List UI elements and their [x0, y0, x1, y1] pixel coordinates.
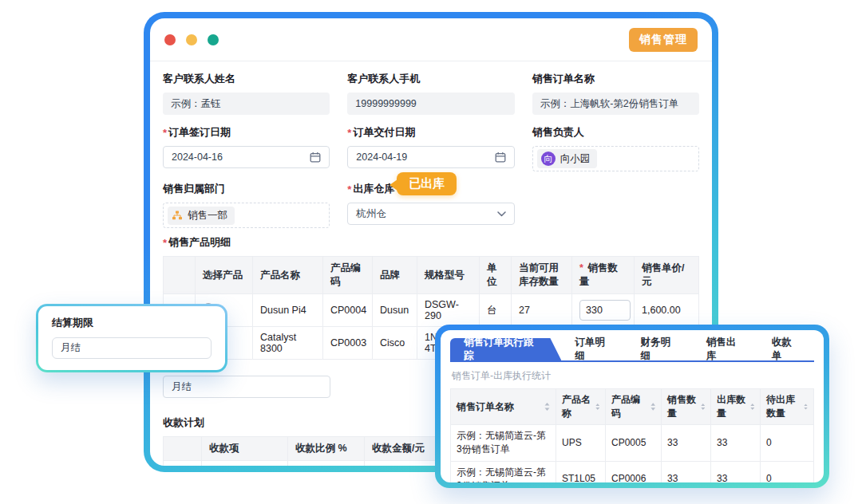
sales-owner-name: 向小园 [560, 152, 591, 166]
deliver-date-input[interactable]: 2024-04-19 [347, 146, 514, 168]
sign-date-input[interactable]: 2024-04-16 [163, 146, 330, 168]
qty-header: * 销售数量 [572, 257, 635, 294]
product-name-cell: Catalyst 8300 [253, 327, 323, 360]
order-name-input[interactable]: 示例：上海帆软-第2份销售订单 [532, 93, 699, 115]
outbound-qty-col-header[interactable]: 出库数量 [711, 389, 761, 425]
settlement-popup-input[interactable]: 月结 [52, 337, 212, 359]
product-section-label: * 销售产品明细 [163, 235, 699, 250]
settlement-terms-input[interactable]: 月结 [163, 376, 330, 398]
calendar-icon[interactable] [495, 152, 506, 163]
unit-header: 单位 [480, 257, 512, 294]
sales-owner-field-group: 销售负责人 向 向小园 [532, 125, 699, 171]
close-window-button[interactable] [164, 34, 176, 45]
col-header-text: 产品编码 [611, 393, 647, 420]
sign-date-value: 2024-04-16 [172, 152, 223, 163]
department-name: 销售一部 [188, 209, 227, 222]
col-header-text: 产品名称 [562, 393, 592, 420]
warehouse-label-text: 出库仓库 [353, 182, 394, 196]
col-header-text: 出库数量 [717, 393, 747, 420]
settlement-popup-title: 结算期限 [52, 316, 212, 330]
contact-name-input[interactable]: 示例：孟钰 [163, 93, 330, 115]
select-product-header: 选择产品 [196, 257, 253, 294]
price-cell: 1,600.00 [635, 294, 699, 327]
tab-sales-outbound[interactable]: 销售出库 [693, 338, 758, 360]
sales-qty-cell: 33 [662, 461, 711, 482]
product-code-col-header[interactable]: 产品编码 [606, 389, 662, 425]
brand-cell: Cisco [373, 327, 417, 360]
sort-icon [544, 403, 550, 411]
index-header [164, 257, 196, 294]
contact-phone-label: 客户联系人手机 [347, 72, 514, 86]
payment-item-header: 收款项 [202, 437, 288, 461]
sign-date-label-text: 订单签订日期 [168, 125, 231, 140]
tracking-row-1: 示例：无锡简道云-第3份销售订单 UPS CP0005 33 33 0 [451, 425, 814, 462]
product-section-label-text: 销售产品明细 [168, 235, 231, 250]
product-name-cell: UPS [556, 425, 606, 462]
minimize-window-button[interactable] [186, 34, 197, 45]
product-name-cell: ST1L05 [556, 461, 606, 482]
product-name-col-header[interactable]: 产品名称 [556, 389, 606, 425]
pending-qty-col-header[interactable]: 待出库数量 [761, 389, 814, 425]
order-name-cell: 示例：无锡简道云-第3份销售订单 [451, 461, 556, 482]
pending-qty-cell: 0 [761, 461, 814, 482]
product-name-header: 产品名称 [253, 257, 323, 294]
contact-phone-value: 19999999999 [355, 98, 416, 109]
outbound-qty-cell: 33 [711, 461, 761, 482]
settlement-popup: 结算期限 月结 [36, 304, 227, 372]
order-name-col-header[interactable]: 销售订单名称 [451, 389, 556, 425]
sales-owner-label: 销售负责人 [532, 125, 699, 140]
avatar: 向 [541, 152, 556, 166]
brand-cell: Dusun [373, 294, 417, 327]
payment-item-cell: 整批货款 [202, 461, 288, 467]
department-field[interactable]: 销售一部 [163, 203, 330, 228]
calendar-icon[interactable] [310, 152, 321, 163]
brand-header: 品牌 [373, 257, 417, 294]
payment-ratio-cell: 100 % [288, 461, 365, 467]
tab-order-tracking[interactable]: 销售订单执行跟踪 [450, 338, 561, 360]
required-mark: * [163, 127, 167, 139]
stock-cell: 27 [512, 294, 572, 327]
product-code-cell: CP0004 [323, 294, 373, 327]
unit-cell: 台 [480, 294, 512, 327]
qty-cell [572, 294, 635, 327]
sort-icon [595, 403, 599, 411]
contact-name-value: 示例：孟钰 [171, 97, 221, 111]
tab-finance-detail[interactable]: 财务明细 [627, 338, 693, 360]
qty-input[interactable] [579, 300, 631, 321]
sales-owner-field[interactable]: 向 向小园 [532, 146, 699, 171]
order-name-value: 示例：上海帆软-第2份销售订单 [540, 97, 679, 111]
col-header-text: 销售订单名称 [457, 400, 514, 414]
department-chip[interactable]: 销售一部 [168, 207, 235, 225]
product-code-cell: CP0003 [323, 327, 373, 360]
spec-header: 规格型号 [417, 257, 480, 294]
tracking-tab-bar: 销售订单执行跟踪 订单明细 财务明细 销售出库 收款单 [450, 338, 814, 362]
settlement-terms-value: 月结 [172, 380, 192, 394]
payment-ratio-header: 收款比例 % [288, 437, 365, 461]
warehouse-select[interactable]: 杭州仓 [347, 203, 514, 225]
contact-phone-input[interactable]: 19999999999 [347, 93, 514, 115]
tab-receipt[interactable]: 收款单 [758, 338, 814, 360]
tracking-row-2: 示例：无锡简道云-第3份销售订单 ST1L05 CP0006 33 33 0 [451, 461, 814, 482]
pending-qty-cell: 0 [761, 425, 814, 462]
stock-header: 当前可用库存数量 [512, 257, 572, 294]
order-name-label: 销售订单名称 [532, 72, 699, 86]
tracking-subtitle: 销售订单-出库执行统计 [452, 369, 814, 383]
product-table-header-row: 选择产品 产品名称 产品编码 品牌 规格型号 单位 当前可用库存数量 * 销售数… [164, 257, 699, 294]
spec-cell: DSGW-290 [417, 294, 480, 327]
settlement-popup-value: 月结 [61, 341, 81, 355]
outbound-qty-cell: 33 [711, 425, 761, 462]
product-code-header: 产品编码 [323, 257, 373, 294]
deliver-date-label: * 订单交付日期 [347, 125, 514, 140]
sort-icon [701, 403, 705, 411]
shipped-status-badge: 已出库 [397, 172, 457, 195]
required-mark: * [347, 127, 351, 139]
traffic-lights [164, 34, 219, 45]
warehouse-field-group: * 出库仓库 已出库 杭州仓 [347, 182, 514, 228]
product-code-cell: CP0006 [606, 461, 662, 482]
maximize-window-button[interactable] [208, 34, 219, 45]
tab-order-detail[interactable]: 订单明细 [561, 338, 627, 360]
sales-management-badge: 销售管理 [629, 28, 698, 52]
sales-qty-col-header[interactable]: 销售数量 [662, 389, 711, 425]
required-mark: * [579, 262, 583, 274]
sales-owner-chip[interactable]: 向 向小园 [537, 149, 598, 168]
